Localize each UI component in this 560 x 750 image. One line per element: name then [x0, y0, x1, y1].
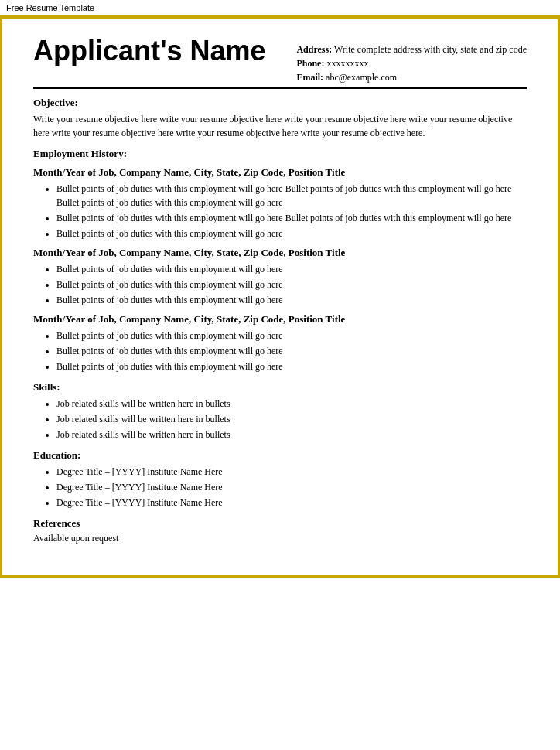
list-item: Bullet points of job duties with this em… [56, 262, 527, 276]
list-item: Job related skills will be written here … [56, 412, 527, 426]
job-bullets-2: Bullet points of job duties with this em… [56, 262, 527, 307]
list-item: Job related skills will be written here … [56, 397, 527, 411]
list-item: Bullet points of job duties with this em… [56, 227, 527, 240]
job-title-1: Month/Year of Job, Company Name, City, S… [33, 166, 527, 179]
list-item: Degree Title – [YYYY] Institute Name Her… [56, 496, 527, 510]
list-item: Bullet points of job duties with this em… [56, 182, 527, 210]
address-label: Address: [296, 44, 332, 55]
list-item: Bullet points of job duties with this em… [56, 293, 527, 307]
address-line: Address: Write complete address with cit… [296, 43, 527, 56]
phone-line: Phone: xxxxxxxxx [296, 56, 527, 70]
job-title-2: Month/Year of Job, Company Name, City, S… [33, 247, 527, 259]
resume-content: Applicant's Name Address: Write complete… [0, 17, 560, 578]
header-section: Applicant's Name Address: Write complete… [33, 35, 527, 84]
page-wrapper: Free Resume Template Applicant's Name Ad… [0, 0, 560, 750]
applicant-name: Applicant's Name [33, 35, 266, 70]
education-section: Education: Degree Title – [YYYY] Institu… [33, 449, 527, 510]
list-item: Bullet points of job duties with this em… [56, 211, 527, 225]
job-bullets-3: Bullet points of job duties with this em… [56, 329, 527, 373]
name-block: Applicant's Name [33, 35, 266, 70]
list-item: Degree Title – [YYYY] Institute Name Her… [56, 480, 527, 494]
phone-label: Phone: [296, 58, 324, 69]
employment-section: Employment History: Month/Year of Job, C… [33, 148, 527, 373]
header-divider [33, 87, 527, 89]
skills-bullets: Job related skills will be written here … [56, 397, 527, 441]
phone-value: xxxxxxxxx [326, 58, 368, 69]
references-text: Available upon request [33, 533, 527, 544]
objective-text: Write your resume objective here write y… [33, 112, 527, 140]
skills-section: Skills: Job related skills will be writt… [33, 381, 527, 441]
job-bullets-1: Bullet points of job duties with this em… [56, 182, 527, 240]
list-item: Degree Title – [YYYY] Institute Name Her… [56, 465, 527, 479]
watermark-bar: Free Resume Template [0, 0, 560, 17]
list-item: Job related skills will be written here … [56, 428, 527, 441]
list-item: Bullet points of job duties with this em… [56, 278, 527, 291]
objective-title: Objective: [33, 97, 527, 109]
address-value: Write complete address with city, state … [334, 44, 527, 55]
email-line: Email: abc@example.com [296, 70, 527, 84]
education-title: Education: [33, 449, 527, 462]
email-label: Email: [296, 72, 323, 83]
references-section: References Available upon request [33, 517, 527, 544]
list-item: Bullet points of job duties with this em… [56, 344, 527, 358]
education-bullets: Degree Title – [YYYY] Institute Name Her… [56, 465, 527, 510]
list-item: Bullet points of job duties with this em… [56, 360, 527, 373]
skills-title: Skills: [33, 381, 527, 394]
email-value: abc@example.com [326, 72, 397, 83]
employment-title: Employment History: [33, 148, 527, 160]
list-item: Bullet points of job duties with this em… [56, 329, 527, 343]
references-title: References [33, 517, 527, 530]
objective-section: Objective: Write your resume objective h… [33, 97, 527, 140]
contact-info: Address: Write complete address with cit… [296, 35, 527, 84]
watermark-text: Free Resume Template [6, 3, 94, 12]
job-title-3: Month/Year of Job, Company Name, City, S… [33, 313, 527, 326]
